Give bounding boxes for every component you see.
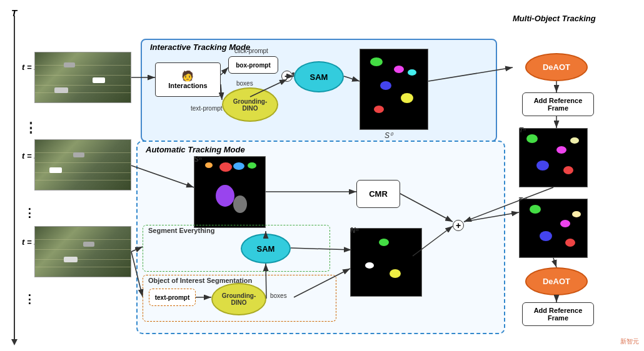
segment-everything-label: Segment Everything (148, 227, 214, 234)
video-frame-tn (34, 226, 131, 277)
text-prompt-box-2: text-prompt (149, 289, 196, 306)
deaot-2: DeAOT (525, 267, 588, 295)
boxes-label-2: boxes (270, 292, 287, 299)
text-prompt-label-1: text-prompt (191, 105, 223, 112)
s0-label: S⁰ (385, 131, 393, 140)
grounding-dino-1: Grounding- DINO (222, 87, 278, 122)
person-icon: 🧑 (168, 70, 207, 82)
nn-mask (350, 228, 422, 297)
deaot-1: DeAOT (525, 53, 588, 81)
add-ref-frame-2: Add Reference Frame (522, 302, 594, 326)
automatic-tracking-title: Automatic Tracking Mode (146, 145, 245, 154)
dots-2: ⋮ (24, 206, 35, 220)
video-frame-t1 (34, 52, 131, 103)
cmr-box: CMR (356, 180, 400, 208)
watermark: 新智元 (620, 337, 639, 346)
tn-prime-mask (519, 199, 588, 258)
tn-mask (519, 128, 588, 187)
plus-circle-1: + (281, 71, 293, 82)
dots-3: ⋮ (24, 292, 35, 306)
dots-1: ⋮ (24, 120, 38, 136)
sam-1: SAM (294, 61, 344, 92)
sn-label: Sⁿ (194, 155, 202, 164)
boxes-label-1: boxes (236, 80, 253, 87)
click-prompt-label: click-prompt (234, 47, 268, 54)
interactions-label: Interactions (168, 82, 207, 89)
add-ref-frame-1: Add Reference Frame (522, 92, 594, 116)
svg-line-15 (553, 258, 556, 267)
s0-mask (360, 49, 428, 130)
nn-label: Nⁿ (350, 226, 358, 235)
multi-object-title: Multi-Object Tracking (513, 14, 596, 23)
plus-circle-2: + (453, 220, 464, 231)
video-frame-thalf (34, 139, 131, 190)
sam-2: SAM (241, 234, 291, 264)
sn-mask (194, 156, 266, 228)
box-prompt-box: box-prompt (228, 56, 278, 74)
diagram: T t = 1 ⋮ t = n/2 ⋮ t = n ⋮ (0, 0, 644, 351)
tn-label: Tⁿ (519, 126, 526, 134)
grounding-dino-2: Grounding- DINO (211, 283, 266, 315)
time-axis-arrow (14, 16, 15, 340)
interactions-box: 🧑 Interactions (155, 62, 221, 97)
